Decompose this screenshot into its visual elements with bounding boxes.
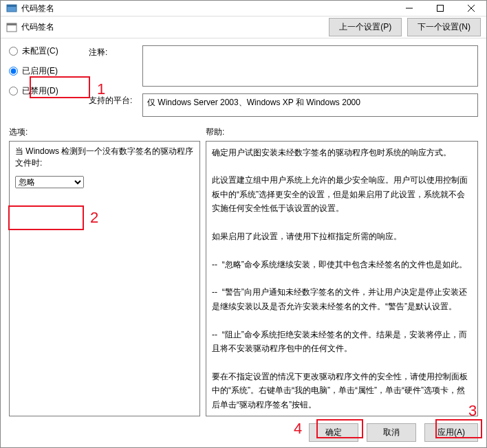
- section-labels: 选项: 帮助:: [9, 126, 478, 138]
- platform-row: 支持的平台: 仅 Windows Server 2003、Windows XP …: [89, 93, 478, 117]
- next-setting-button[interactable]: 下一个设置(N): [407, 18, 481, 36]
- toolbar-title: 代码签名: [21, 21, 329, 33]
- policy-icon: [6, 22, 17, 33]
- minimize-button[interactable]: [393, 1, 424, 16]
- options-description: 当 Windows 检测到一个没有数字签名的驱动程序文件时:: [15, 146, 194, 169]
- window-title: 代码签名: [21, 3, 393, 14]
- options-label: 选项:: [9, 126, 206, 138]
- radio-disabled-label: 已禁用(D): [22, 85, 58, 97]
- svg-rect-7: [7, 23, 17, 25]
- fields-column: 注释: 支持的平台: 仅 Windows Server 2003、Windows…: [89, 45, 478, 117]
- dialog-window: 代码签名 代码签名 上一个设置(P) 下一个设置(N) 未配置(C): [0, 0, 487, 448]
- radio-disabled-input[interactable]: [9, 87, 18, 96]
- comment-label: 注释:: [89, 45, 137, 87]
- radio-enabled[interactable]: 已启用(E): [9, 65, 78, 77]
- options-pane: 当 Windows 检测到一个没有数字签名的驱动程序文件时: 忽略: [9, 141, 200, 416]
- apply-button[interactable]: 应用(A): [424, 423, 478, 442]
- radio-enabled-label: 已启用(E): [22, 65, 58, 77]
- platform-text: 仅 Windows Server 2003、Windows XP 和 Windo…: [142, 93, 478, 117]
- radio-unconfigured-input[interactable]: [9, 47, 18, 56]
- top-section: 未配置(C) 已启用(E) 已禁用(D) 注释: 支持的平台:: [9, 45, 478, 117]
- behavior-dropdown[interactable]: 忽略: [15, 176, 84, 188]
- help-pane: 确定用户试图安装未经数字签名的驱动程序包时系统的响应方式。 此设置建立组中用户系…: [206, 141, 478, 416]
- radio-disabled[interactable]: 已禁用(D): [9, 85, 78, 97]
- svg-rect-3: [437, 5, 443, 12]
- titlebar: 代码签名: [1, 1, 486, 16]
- platform-label: 支持的平台:: [89, 93, 137, 117]
- radio-unconfigured[interactable]: 未配置(C): [9, 45, 78, 57]
- radio-unconfigured-label: 未配置(C): [22, 45, 58, 57]
- close-button[interactable]: [455, 1, 486, 16]
- comment-textarea[interactable]: [142, 45, 478, 87]
- help-label: 帮助:: [206, 126, 224, 138]
- toolbar: 代码签名 上一个设置(P) 下一个设置(N): [1, 16, 486, 38]
- app-icon: [6, 3, 17, 14]
- prev-setting-button[interactable]: 上一个设置(P): [329, 18, 402, 36]
- content-area: 未配置(C) 已启用(E) 已禁用(D) 注释: 支持的平台:: [1, 38, 486, 447]
- lower-panes: 当 Windows 检测到一个没有数字签名的驱动程序文件时: 忽略 确定用户试图…: [9, 141, 478, 416]
- maximize-button[interactable]: [424, 1, 455, 16]
- dialog-buttons: 确定 取消 应用(A): [9, 416, 478, 442]
- comment-row: 注释:: [89, 45, 478, 87]
- cancel-button[interactable]: 取消: [367, 423, 416, 442]
- radio-enabled-input[interactable]: [9, 67, 18, 76]
- ok-button[interactable]: 确定: [309, 423, 358, 442]
- state-radio-group: 未配置(C) 已启用(E) 已禁用(D): [9, 45, 78, 117]
- svg-rect-1: [7, 5, 17, 7]
